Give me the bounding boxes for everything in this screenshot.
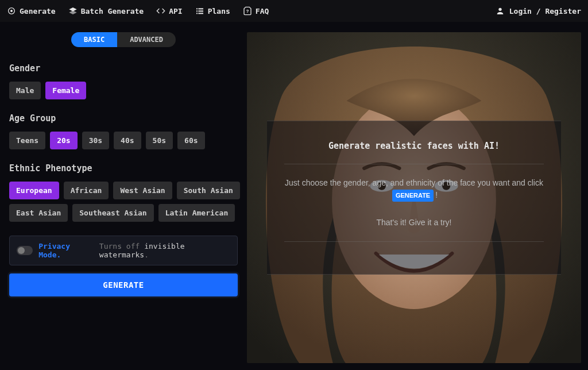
ethnicity-title: Ethnic Phenotype [9,163,240,174]
code-icon [156,6,165,16]
nav-batch-label: Batch Generate [81,7,144,16]
nav-batch[interactable]: Batch Generate [68,6,144,16]
eth-african[interactable]: African [64,182,109,199]
main: BASIC ADVANCED Gender Male Female Age Gr… [0,22,588,370]
login-label: Login / Register [509,7,581,16]
svg-point-11 [498,8,501,11]
overlay-line1-suffix: ! [435,190,438,199]
age-50s[interactable]: 50s [146,132,173,149]
controls-sidebar: BASIC ADVANCED Gender Male Female Age Gr… [0,22,247,370]
stack-icon [68,6,78,16]
mode-tabs: BASIC ADVANCED [7,32,240,47]
overlay-line2: That's it! Give it a try! [284,217,544,229]
nav-faq-label: FAQ [256,7,269,16]
svg-rect-8 [196,13,198,14]
eye-icon [7,6,16,16]
top-nav: Generate Batch Generate API Plans ? FAQ [0,0,588,22]
age-20s[interactable]: 20s [50,132,77,149]
gender-male[interactable]: Male [9,82,41,99]
overlay-generate-badge[interactable]: GENERATE [392,190,434,202]
age-40s[interactable]: 40s [114,132,141,149]
age-chips: Teens 20s 30s 40s 50s 60s [7,132,240,149]
nav-plans-label: Plans [208,7,230,16]
svg-rect-5 [198,8,203,9]
svg-rect-9 [198,13,203,14]
eth-east-asian[interactable]: East Asian [9,204,68,222]
tab-advanced[interactable]: ADVANCED [117,32,176,47]
nav-plans[interactable]: Plans [195,6,230,16]
divider [284,241,544,242]
overlay-headline: Generate realistic faces with AI! [284,141,544,151]
age-60s[interactable]: 60s [177,132,204,149]
eth-southeast-asian[interactable]: Southeast Asian [72,204,153,222]
list-icon [195,6,204,16]
eth-european[interactable]: European [9,182,59,199]
preview-area: Generate realistic faces with AI! Just c… [247,22,588,370]
privacy-toggle[interactable] [17,246,33,255]
help-icon: ? [243,6,252,16]
privacy-desc-suffix: . [144,250,149,259]
eth-south-asian[interactable]: South Asian [177,182,240,199]
nav-left: Generate Batch Generate API Plans ? FAQ [7,6,269,16]
eth-west-asian[interactable]: West Asian [113,182,172,199]
age-title: Age Group [9,113,240,124]
svg-rect-6 [196,10,198,11]
svg-point-1 [10,10,13,12]
eth-latin-american[interactable]: Latin American [158,204,235,222]
login-register[interactable]: Login / Register [496,6,581,16]
age-30s[interactable]: 30s [82,132,109,149]
nav-api[interactable]: API [156,6,182,16]
divider [284,164,544,164]
svg-rect-4 [196,8,198,9]
nav-api-label: API [169,7,182,16]
overlay-line1-text: Just choose the gender, age, and ethnici… [285,178,543,187]
tab-basic[interactable]: BASIC [71,32,117,47]
nav-generate[interactable]: Generate [7,6,56,16]
ethnicity-chips: European African West Asian South Asian … [7,182,240,222]
gender-chips: Male Female [7,82,240,99]
overlay-line1: Just choose the gender, age, and ethnici… [284,177,544,202]
user-icon [496,6,505,16]
nav-generate-label: Generate [20,7,56,16]
preview-box: Generate realistic faces with AI! Just c… [247,32,581,363]
svg-text:?: ? [246,9,249,14]
gender-title: Gender [9,63,240,74]
privacy-panel: Privacy Mode. Turns off invisible waterm… [9,236,238,265]
generate-button[interactable]: GENERATE [9,273,238,296]
privacy-label: Privacy Mode. [38,242,94,259]
intro-overlay: Generate realistic faces with AI! Just c… [267,121,561,275]
nav-faq[interactable]: ? FAQ [243,6,269,16]
svg-rect-7 [198,10,203,11]
gender-female[interactable]: Female [45,82,86,99]
age-teens[interactable]: Teens [9,132,45,149]
privacy-desc: Turns off invisible watermarks. [99,242,230,259]
privacy-desc-prefix: Turns off [99,242,144,250]
svg-marker-3 [69,10,76,14]
